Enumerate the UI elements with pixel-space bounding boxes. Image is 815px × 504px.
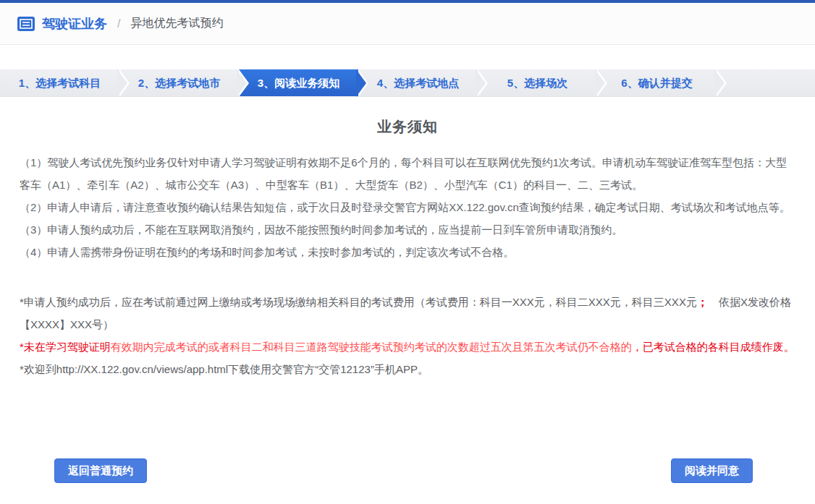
notice-paragraphs: （1）驾驶人考试优先预约业务仅针对申请人学习驾驶证明有效期不足6个月的，每个科目… [20, 151, 795, 263]
step-progress-bar: 1、选择考试科目2、选择考试地市3、阅读业务须知4、选择考试地点5、选择场次6、… [0, 69, 815, 97]
notice-paragraph: （2）申请人申请后，请注意查收预约确认结果告知短信，或于次日及时登录交警官方网站… [20, 196, 795, 218]
notice-paragraph: （1）驾驶人考试优先预约业务仅针对申请人学习驾驶证明有效期不足6个月的，每个科目… [20, 151, 795, 196]
warning-part1: *未在学习驾驶证明 [20, 341, 111, 353]
step-item-5: 5、选择场次 [478, 69, 597, 96]
step-item-3: 3、阅读业务须知 [239, 69, 358, 96]
step-item-1: 1、选择考试科目 [0, 69, 119, 96]
fee-note: *申请人预约成功后，应在考试前通过网上缴纳或考场现场缴纳相关科目的考试费用（考试… [20, 291, 795, 336]
breadcrumb-separator: / [117, 17, 120, 30]
breadcrumb-section[interactable]: 驾驶证业务 [42, 15, 107, 33]
step-bar-filler [717, 69, 815, 96]
notice-paragraph: （3）申请人预约成功后，不能在互联网取消预约，因故不能按照预约时间参加考试的，应… [20, 218, 795, 241]
step-item-6: 6、确认并提交 [597, 69, 717, 96]
app-note: *欢迎到http://XX.122.gov.cn/views/app.html下… [20, 358, 795, 380]
fee-note-text: *申请人预约成功后，应在考试前通过网上缴纳或考场现场缴纳相关科目的考试费用（考试… [20, 296, 697, 308]
notice-paragraph: （4）申请人需携带身份证明在预约的考场和时间参加考试，未按时参加考试的，判定该次… [20, 241, 795, 263]
list-icon [17, 17, 35, 31]
step-item-4: 4、选择考试地点 [358, 69, 478, 96]
header: 驾驶证业务 / 异地优先考试预约 [0, 3, 815, 45]
footer-actions: 返回普通预约 阅读并同意 [54, 458, 753, 483]
agree-button[interactable]: 阅读并同意 [671, 458, 753, 483]
step-item-2: 2、选择考试地市 [119, 69, 239, 96]
page-title: 业务须知 [20, 117, 795, 137]
breadcrumb-current: 异地优先考试预约 [130, 16, 223, 31]
warning-note: *未在学习驾驶证明有效期内完成考试的或者科目二和科目三道路驾驶技能考试预约考试的… [20, 336, 795, 358]
warning-part3: ，已考试合格的各科目成绩作废。 [632, 341, 795, 353]
back-to-normal-button[interactable]: 返回普通预约 [54, 458, 147, 483]
warning-part2: 有效期内完成考试的或者科目二和科目三道路驾驶技能考试预约考试的次数超过五次且第五… [111, 341, 632, 353]
fee-red-semicolon: ； [697, 296, 708, 308]
notice-panel: 业务须知 （1）驾驶人考试优先预约业务仅针对申请人学习驾驶证明有效期不足6个月的… [0, 117, 815, 380]
